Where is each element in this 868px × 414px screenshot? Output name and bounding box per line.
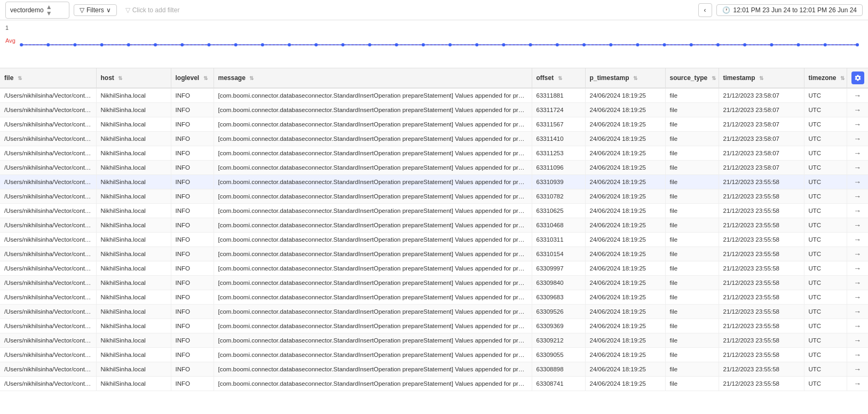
cell-timestamp: 21/12/2023 23:58:07 [719, 88, 804, 103]
col-header-action[interactable] [847, 68, 868, 88]
cell-action[interactable]: → [847, 319, 868, 333]
filters-button[interactable]: ▽ Filters ∨ [74, 4, 117, 16]
table-row: /Users/nikhilsinha/Vector/container.logN… [0, 88, 868, 103]
col-header-loglevel[interactable]: loglevel ⇅ [171, 68, 214, 88]
col-header-ptimestamp[interactable]: p_timestamp ⇅ [585, 68, 665, 88]
cell-action[interactable]: → [847, 333, 868, 348]
add-filter-area[interactable]: ▽ Click to add filter [121, 5, 184, 15]
cell-action[interactable]: → [847, 305, 868, 319]
cell-p_timestamp: 24/06/2024 18:19:25 [585, 204, 665, 218]
cell-loglevel: INFO [171, 161, 214, 175]
cell-timestamp: 21/12/2023 23:55:58 [719, 305, 804, 319]
row-expand-button[interactable]: → [854, 221, 861, 229]
cell-offset: 63309212 [532, 333, 585, 348]
datasource-selector[interactable]: vectordemo ▲▼ [5, 2, 69, 19]
cell-action[interactable]: → [847, 117, 868, 132]
cell-host: NikhilSinha.local [96, 305, 171, 319]
col-header-host[interactable]: host ⇅ [96, 68, 171, 88]
row-expand-button[interactable]: → [854, 336, 861, 345]
cell-offset: 63309840 [532, 276, 585, 290]
cell-action[interactable]: → [847, 175, 868, 189]
cell-timestamp: 21/12/2023 23:55:58 [719, 377, 804, 391]
col-header-timezone[interactable]: timezone ⇅ [804, 68, 847, 88]
row-expand-button[interactable]: → [854, 149, 861, 157]
row-expand-button[interactable]: → [854, 278, 861, 287]
row-expand-button[interactable]: → [854, 379, 861, 388]
cell-action[interactable]: → [847, 132, 868, 146]
cell-timestamp: 21/12/2023 23:55:58 [719, 362, 804, 377]
cell-message: [com.boomi.connector.databaseconnector.S… [214, 204, 532, 218]
row-expand-button[interactable]: → [854, 134, 861, 143]
cell-loglevel: INFO [171, 290, 214, 305]
col-header-sourcetype[interactable]: source_type ⇅ [665, 68, 719, 88]
cell-source_type: file [665, 247, 719, 261]
table-row: /Users/nikhilsinha/Vector/container.logN… [0, 117, 868, 132]
row-expand-button[interactable]: → [854, 264, 861, 273]
row-expand-button[interactable]: → [854, 91, 861, 100]
row-expand-button[interactable]: → [854, 293, 861, 301]
cell-action[interactable]: → [847, 348, 868, 362]
row-expand-button[interactable]: → [854, 322, 861, 330]
cell-file: /Users/nikhilsinha/Vector/container.log [0, 88, 96, 103]
table-row: /Users/nikhilsinha/Vector/container.logN… [0, 132, 868, 146]
row-expand-button[interactable]: → [854, 307, 861, 316]
col-header-timestamp[interactable]: timestamp ⇅ [719, 68, 804, 88]
row-expand-button[interactable]: → [854, 120, 861, 129]
cell-action[interactable]: → [847, 247, 868, 261]
cell-host: NikhilSinha.local [96, 362, 171, 377]
cell-action[interactable]: → [847, 362, 868, 377]
nav-prev-button[interactable]: ‹ [698, 3, 712, 17]
cell-timezone: UTC [804, 261, 847, 276]
row-expand-button[interactable]: → [854, 351, 861, 359]
row-expand-button[interactable]: → [854, 163, 861, 172]
sort-icon-timezone: ⇅ [840, 75, 845, 81]
cell-action[interactable]: → [847, 218, 868, 233]
cell-action[interactable]: → [847, 161, 868, 175]
col-header-offset[interactable]: offset ⇅ [532, 68, 585, 88]
row-expand-button[interactable]: → [854, 206, 861, 215]
cell-timezone: UTC [804, 305, 847, 319]
cell-host: NikhilSinha.local [96, 319, 171, 333]
cell-action[interactable]: → [847, 204, 868, 218]
cell-action[interactable]: → [847, 261, 868, 276]
row-expand-button[interactable]: → [854, 235, 861, 244]
cell-action[interactable]: → [847, 377, 868, 391]
cell-action[interactable]: → [847, 189, 868, 204]
cell-message: [com.boomi.connector.databaseconnector.S… [214, 247, 532, 261]
cell-offset: 63308741 [532, 377, 585, 391]
svg-point-6 [154, 43, 157, 46]
row-expand-button[interactable]: → [854, 250, 861, 258]
table-row: /Users/nikhilsinha/Vector/container.logN… [0, 161, 868, 175]
row-expand-button[interactable]: → [854, 192, 861, 201]
cell-source_type: file [665, 132, 719, 146]
svg-point-29 [770, 43, 773, 46]
table-row: /Users/nikhilsinha/Vector/container.logN… [0, 189, 868, 204]
cell-timezone: UTC [804, 290, 847, 305]
cell-p_timestamp: 24/06/2024 18:19:25 [585, 247, 665, 261]
cell-action[interactable]: → [847, 103, 868, 117]
row-expand-button[interactable]: → [854, 365, 861, 373]
cell-source_type: file [665, 290, 719, 305]
cell-timezone: UTC [804, 88, 847, 103]
cell-file: /Users/nikhilsinha/Vector/container.log [0, 146, 96, 161]
datasource-arrows: ▲▼ [46, 4, 52, 17]
sort-icon-file: ⇅ [18, 75, 22, 81]
table-settings-icon[interactable] [851, 71, 864, 84]
cell-timestamp: 21/12/2023 23:55:58 [719, 247, 804, 261]
cell-action[interactable]: → [847, 88, 868, 103]
row-expand-button[interactable]: → [854, 178, 861, 186]
cell-action[interactable]: → [847, 276, 868, 290]
cell-action[interactable]: → [847, 233, 868, 247]
col-header-file[interactable]: file ⇅ [0, 68, 96, 88]
sort-icon-sourcetype: ⇅ [712, 75, 716, 81]
col-header-message[interactable]: message ⇅ [214, 68, 532, 88]
row-expand-button[interactable]: → [854, 106, 861, 114]
cell-message: [com.boomi.connector.databaseconnector.S… [214, 377, 532, 391]
cell-action[interactable]: → [847, 290, 868, 305]
cell-source_type: file [665, 218, 719, 233]
cell-action[interactable]: → [847, 146, 868, 161]
cell-message: [com.boomi.connector.databaseconnector.S… [214, 88, 532, 103]
svg-point-23 [609, 43, 612, 46]
time-range-selector[interactable]: 🕐 12:01 PM 23 Jun 24 to 12:01 PM 26 Jun … [716, 4, 863, 16]
cell-offset: 63311253 [532, 146, 585, 161]
